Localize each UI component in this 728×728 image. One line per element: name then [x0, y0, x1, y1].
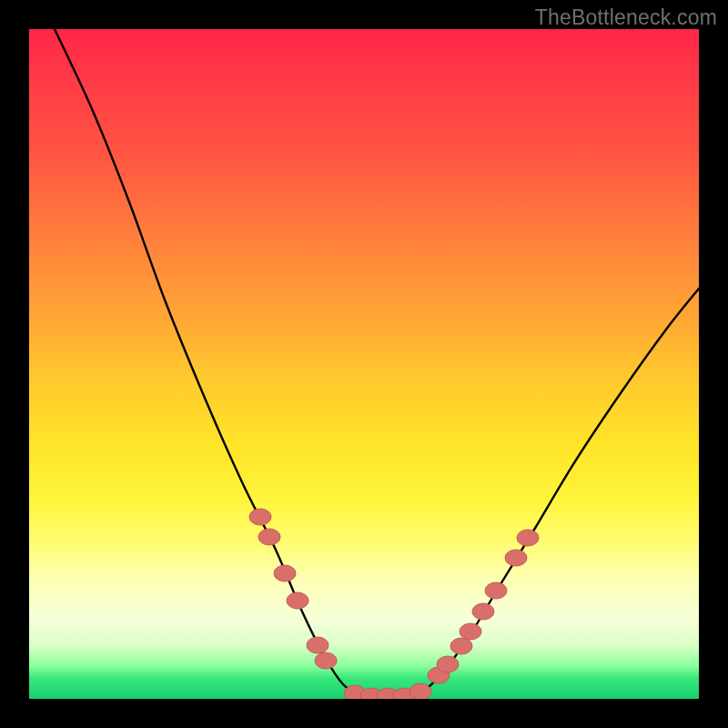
curve-segment	[55, 29, 361, 696]
data-marker	[258, 529, 280, 545]
curve-lines	[55, 29, 699, 696]
watermark-text: TheBottleneck.com	[535, 5, 717, 30]
chart-svg	[29, 29, 699, 699]
data-marker	[437, 656, 459, 672]
data-marker	[472, 603, 494, 620]
chart-stage: TheBottleneck.com	[0, 0, 728, 728]
data-marker	[410, 683, 431, 699]
data-marker	[249, 509, 271, 525]
curve-markers	[249, 509, 539, 699]
plot-area	[29, 29, 699, 699]
data-marker	[460, 623, 481, 640]
data-marker	[517, 530, 539, 546]
data-marker	[315, 652, 337, 669]
data-marker	[450, 638, 472, 654]
data-marker	[307, 637, 329, 653]
data-marker	[485, 582, 507, 599]
data-marker	[505, 550, 527, 566]
data-marker	[287, 592, 308, 609]
curve-segment	[413, 288, 699, 696]
data-marker	[274, 565, 296, 581]
